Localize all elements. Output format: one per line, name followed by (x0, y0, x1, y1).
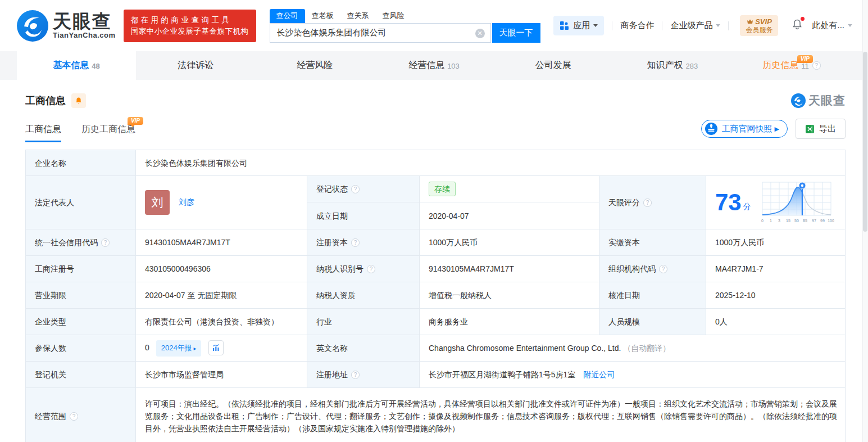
help-icon[interactable] (367, 265, 375, 273)
help-icon[interactable] (659, 265, 667, 273)
subtab-business-registration[interactable]: 工商信息 (25, 124, 61, 142)
score-distribution-chart: 0 1 3 15 50 85 97 99 100 (758, 180, 834, 225)
business-info-table: 企业名称 长沙染色体娱乐集团有限公司 法定代表人 刘 刘彦 登记状态 存续 天眼… (25, 150, 846, 442)
top-header: 天眼查 TianYanCha.com 都在用的商业查询工具 国家中小企业发展子基… (0, 0, 868, 51)
legal-rep-link[interactable]: 刘彦 (179, 197, 194, 206)
reg-capital-label: 注册资本 (316, 236, 348, 249)
excel-icon (805, 124, 815, 134)
score-axis-labels: 0 1 3 15 50 85 97 99 100 (761, 219, 834, 223)
apps-label: 应用 (573, 20, 590, 31)
svip-member-button[interactable]: SVIP 会员服务 (740, 15, 778, 36)
table-row: 营业期限 2020-04-07 至 无固定期限 纳税人资质 增值税一般纳税人 核… (26, 282, 846, 309)
english-name-label: 英文名称 (307, 335, 420, 362)
legal-rep-label: 法定代表人 (26, 176, 136, 229)
tab-basic-info[interactable]: 基本信息 48 (17, 51, 136, 80)
establish-date-label: 成立日期 (307, 202, 420, 229)
help-icon[interactable] (351, 185, 360, 193)
user-menu[interactable]: 此处有... (812, 20, 852, 31)
apps-button[interactable]: 应用 (553, 16, 604, 35)
tab-intellectual-property[interactable]: 知识产权 283 (613, 51, 732, 80)
insured-trend-button[interactable] (208, 340, 224, 355)
tab-company-development-label: 公司发展 (535, 60, 571, 71)
reg-capital-value: 1000万人民币 (420, 229, 599, 256)
insured-count-label: 参保人数 (26, 335, 136, 362)
clear-search-icon[interactable]: ✕ (475, 29, 485, 38)
company-name-value: 长沙染色体娱乐集团有限公司 (136, 150, 846, 176)
score-label-cell: 天眼评分 (599, 176, 706, 229)
staff-size-label: 人员规模 (599, 309, 706, 335)
scrollbar[interactable] (862, 0, 868, 442)
search-tab-relation[interactable]: 查关系 (340, 9, 376, 23)
reg-address-value: 长沙市开福区月湖街道鸭子铺路1号5房1室 (429, 370, 575, 379)
header-right: 应用 商务合作 企业级产品 SVIP 会员服务 (553, 15, 852, 36)
business-coop-link[interactable]: 商务合作 (620, 20, 654, 31)
paid-capital-label: 实缴资本 (599, 229, 706, 256)
search-input[interactable] (270, 24, 490, 42)
subtab-history-registration[interactable]: VIP 历史工商信息 (81, 124, 135, 142)
tab-company-development[interactable]: 公司发展 (494, 51, 613, 80)
tab-legal-litigation-label: 法律诉讼 (178, 60, 213, 71)
bar-chart-icon (212, 344, 220, 352)
reg-status-value-cell: 存续 (420, 176, 599, 202)
org-code-label-cell: 组织机构代码 (599, 256, 706, 282)
reg-authority-value: 长沙市市场监督管理局 (136, 362, 307, 388)
tianyancha-watermark-icon (791, 93, 806, 108)
divider (728, 21, 729, 30)
promo-banner: 都在用的商业查询工具 国家中小企业发展子基金旗下机构 (124, 10, 256, 42)
reg-address-label: 注册地址 (316, 368, 348, 381)
notifications-button[interactable] (792, 19, 803, 33)
tab-history-info[interactable]: VIP 历史信息 11 (732, 51, 851, 80)
help-icon[interactable] (812, 61, 821, 70)
divider (662, 21, 662, 30)
taxpayer-id-label: 纳税人识别号 (316, 263, 363, 275)
vip-badge: VIP (797, 55, 813, 63)
tianyancha-company-page: 天眼查 TianYanCha.com 都在用的商业查询工具 国家中小企业发展子基… (0, 0, 868, 442)
nearby-companies-link[interactable]: 附近公司 (583, 370, 615, 379)
help-icon[interactable] (101, 238, 110, 247)
industry-value: 商务服务业 (420, 309, 599, 335)
taxpayer-id-value: 91430105MA4R7JM17T (420, 256, 599, 282)
enterprise-products-link[interactable]: 企业级产品 (670, 20, 720, 31)
legal-rep-avatar[interactable]: 刘 (145, 190, 170, 215)
search-tab-boss[interactable]: 查老板 (305, 9, 340, 23)
table-row: 法定代表人 刘 刘彦 登记状态 存续 天眼评分 73 分 (26, 176, 846, 202)
svg-text:50: 50 (794, 219, 799, 223)
reg-status-label-cell: 登记状态 (307, 176, 420, 202)
search-tab-risk[interactable]: 查风险 (376, 9, 411, 23)
search-tab-company[interactable]: 查公司 (270, 9, 305, 23)
user-menu-label: 此处有... (812, 20, 844, 31)
svg-text:0: 0 (761, 219, 764, 223)
subscribe-bell-button[interactable] (71, 93, 86, 108)
reg-capital-label-cell: 注册资本 (307, 229, 420, 256)
logo-text: 天眼查 TianYanCha.com (53, 12, 116, 39)
main-content: 工商信息 天眼查 工商信息 VIP 历史工商信息 (0, 93, 868, 442)
tab-history-info-count: 11 (801, 62, 809, 70)
help-icon[interactable] (70, 412, 78, 421)
svg-text:100: 100 (828, 219, 834, 223)
tianyancha-logo[interactable]: 天眼查 TianYanCha.com (17, 10, 116, 42)
table-row: 经营范围 许可项目：演出经纪。（依法须经批准的项目，经相关部门批准后方可开展经营… (26, 388, 846, 442)
search-button[interactable]: 天眼一下 (492, 23, 540, 43)
export-button[interactable]: 导出 (796, 119, 846, 139)
tab-operating-risk[interactable]: 经营风险 (255, 51, 374, 80)
snapshot-label: 工商官网快照 (722, 124, 772, 134)
search-row: ✕ 天眼一下 (270, 23, 540, 43)
tab-basic-info-count: 48 (92, 62, 99, 70)
help-icon[interactable] (643, 199, 652, 207)
score-label: 天眼评分 (608, 196, 640, 209)
help-icon[interactable] (351, 238, 360, 247)
org-code-value: MA4R7JM1-7 (706, 256, 846, 282)
watermark-logo: 天眼查 (791, 93, 846, 109)
scrollbar-thumb[interactable] (863, 52, 867, 232)
business-term-label: 营业期限 (26, 282, 136, 309)
annual-report-link[interactable]: 2024年报 (156, 340, 202, 357)
tab-business-info[interactable]: 经营信息 103 (374, 51, 493, 80)
table-row: 工商注册号 430105000496306 纳税人识别号 91430105MA4… (26, 256, 846, 282)
official-snapshot-button[interactable]: 工商官网快照 ▶ (701, 120, 788, 138)
help-icon[interactable] (351, 371, 360, 379)
tab-legal-litigation[interactable]: 法律诉讼 (136, 51, 255, 80)
taxpayer-quality-label: 纳税人资质 (307, 282, 420, 309)
company-type-value: 有限责任公司（港澳台投资、非独资） (136, 309, 307, 335)
legal-rep-cell: 刘 刘彦 (136, 176, 307, 229)
subtab-history-label: 历史工商信息 (81, 124, 135, 134)
